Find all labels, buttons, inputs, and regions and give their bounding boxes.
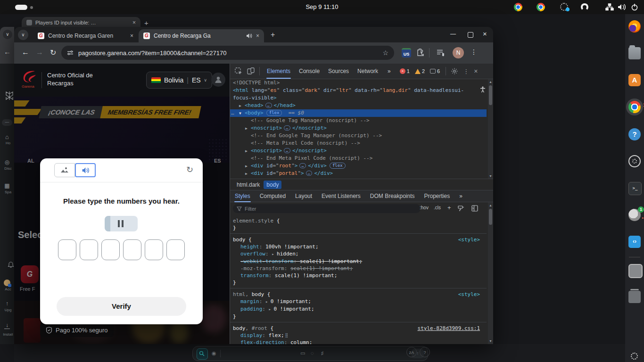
styles-tab-properties[interactable]: Properties [420,190,455,202]
profile-avatar[interactable]: N [453,47,464,58]
account-avatar[interactable] [4,280,10,286]
device-icon[interactable]: ▭ [300,350,305,356]
terminal-icon[interactable]: >_ [628,182,642,195]
breadcrumb-body[interactable]: body [264,181,281,189]
tab-active[interactable]: G Centro de Recarga Ga × [139,29,264,42]
attach-icon[interactable]: ◌ [311,350,314,356]
forward-icon[interactable]: → [36,48,43,57]
tab-audio-icon[interactable] [246,33,252,39]
panel-layout-icon[interactable] [471,205,478,212]
styles-scrollbar[interactable]: ▲ ▼ [488,202,493,344]
dom-tree-line[interactable]: <!-- End Google Tag Manager (noscript) -… [230,132,487,140]
styles-tab-event-listeners[interactable]: Event Listeners [317,190,365,202]
console-errors-badge[interactable]: ×1 [400,68,410,74]
accessibility-icon[interactable] [480,86,486,93]
dom-tree-line[interactable]: ▶<div id="portal">…</div> [230,170,487,177]
refresh-captcha-icon[interactable]: ↻ [186,164,193,175]
dom-tree-line[interactable]: <!-- End Meta Pixel Code (noscript) --> [230,155,487,162]
breadcrumb-html.dark[interactable]: html.dark [234,181,263,189]
console-warnings-badge[interactable]: 2 [415,68,425,74]
vscode-icon[interactable]: ‹› [628,236,641,248]
media-controls-icon[interactable] [437,49,445,57]
rule-selector[interactable]: body { [230,236,487,243]
styles-tab-computed[interactable]: Computed [255,190,290,202]
rule-source-link[interactable]: <style> [458,236,480,243]
install-icon[interactable]: ↓ [4,322,10,329]
dom-tree-line[interactable]: …▼<body>flex == $0 [230,109,487,117]
new-tab-button[interactable]: + [144,19,149,27]
close-tab-icon[interactable]: × [132,19,136,26]
model-icon[interactable]: ◉ [212,350,216,356]
spaces-icon[interactable]: ▦ [0,182,14,189]
style-rule[interactable]: element.style {} [230,215,487,234]
more-styles-tabs-icon[interactable]: » [454,190,467,202]
tab-inactive[interactable]: G Centro de Recarga Garen × [33,29,138,42]
flex-badge[interactable]: flex [330,163,346,169]
new-tab-button[interactable]: + [271,31,275,39]
site-info-icon[interactable] [67,49,74,56]
css-property[interactable]: -webkit-transform: scale(1) !important; [230,258,487,265]
device-toolbar-icon[interactable] [247,67,255,75]
close-tab-icon[interactable]: × [256,33,259,39]
devtools-tab-sources[interactable]: Sources [324,64,353,79]
verify-button[interactable]: Verify [57,297,186,316]
tab-search-button[interactable]: ∨ [18,30,28,40]
trash-icon[interactable] [628,291,641,303]
expand-arrow-icon[interactable]: ▶ [245,163,251,170]
rule-source-link[interactable]: <style> [458,291,480,298]
css-property[interactable]: padding: ▸ 0 !important; [230,305,487,313]
expand-inline-icon[interactable]: … [284,148,290,153]
dom-tree-line[interactable]: <!-- Meta Pixel Code (noscript) --> [230,140,487,147]
power-icon[interactable] [631,3,638,11]
captcha-digit-input[interactable] [145,239,163,260]
css-property[interactable]: display: flex;⣿ [230,332,487,339]
mic-icon[interactable]: ♯ [321,350,324,356]
help-icon[interactable]: ? [628,128,641,140]
rule-source-link[interactable]: style-828d3909.css:1 [418,325,480,332]
search-mode-button[interactable] [197,348,208,360]
home-icon[interactable]: ⌂ [0,133,14,140]
rule-selector[interactable]: element.style { [230,217,487,224]
close-devtools-icon[interactable]: × [474,67,478,75]
scrollbar-thumb[interactable] [489,85,492,105]
image-captcha-toggle[interactable] [54,163,75,177]
style-rule[interactable]: html, body {<style>margin: ▸ 0 !importan… [230,288,487,322]
collapse-arrow-icon[interactable]: ▼ [239,110,245,117]
rule-selector[interactable]: html, body { [230,291,487,298]
dom-tree-line[interactable]: <!-- Google Tag Manager (noscript) --> [230,117,487,124]
extensions-puzzle-icon[interactable] [416,49,424,57]
rendering-emulation-icon[interactable] [458,205,464,212]
app-store-icon[interactable]: A [628,74,641,86]
devtools-tab-network[interactable]: Network [353,64,382,79]
gimp-icon[interactable]: 1 [628,209,641,221]
dom-tree-line[interactable]: <!DOCTYPE html> [230,79,487,87]
styles-tab-dom-breakpoints[interactable]: DOM Breakpoints [365,190,420,202]
maximize-button[interactable] [468,32,473,38]
toggle-classes[interactable]: .cls [434,205,441,210]
style-rule[interactable]: body, #root {style-828d3909.css:1display… [230,322,487,344]
css-property[interactable]: transform: scale(1) !important; [230,272,487,279]
new-thread-button[interactable]: — [2,119,12,126]
captcha-digit-input[interactable] [123,239,141,260]
audio-play-pause-button[interactable] [105,216,138,231]
files-icon[interactable] [628,47,641,59]
style-rule[interactable]: body {<style>height: 100vh !important;ov… [230,234,487,288]
expand-value-icon[interactable]: ▸ [265,299,271,304]
scrollbar-thumb[interactable] [489,209,492,225]
expand-inline-icon[interactable]: … [299,163,306,168]
flex-editor-icon[interactable]: ⣿ [285,332,289,339]
audio-captcha-toggle[interactable] [75,163,96,177]
chrome-window-icon[interactable] [537,3,545,11]
screenshot-tool-icon[interactable] [628,264,643,278]
styles-filter-input[interactable]: Filter [233,204,421,213]
show-applications-icon[interactable] [631,353,638,360]
dom-tree-line[interactable]: focus-visible> [230,94,487,102]
chrome-dock-highlight[interactable] [626,99,643,115]
back-icon[interactable]: ← [4,48,11,56]
captcha-digit-input[interactable] [166,239,185,260]
chrome-window-icon[interactable] [514,3,522,11]
new-style-rule-icon[interactable]: + [447,204,451,211]
garena-logo[interactable] [21,69,37,84]
dom-tree-line[interactable]: ▶<noscript>…</noscript> [230,147,487,155]
dom-tree-line[interactable]: ▶<div id="root">…</div>flex [230,162,487,170]
